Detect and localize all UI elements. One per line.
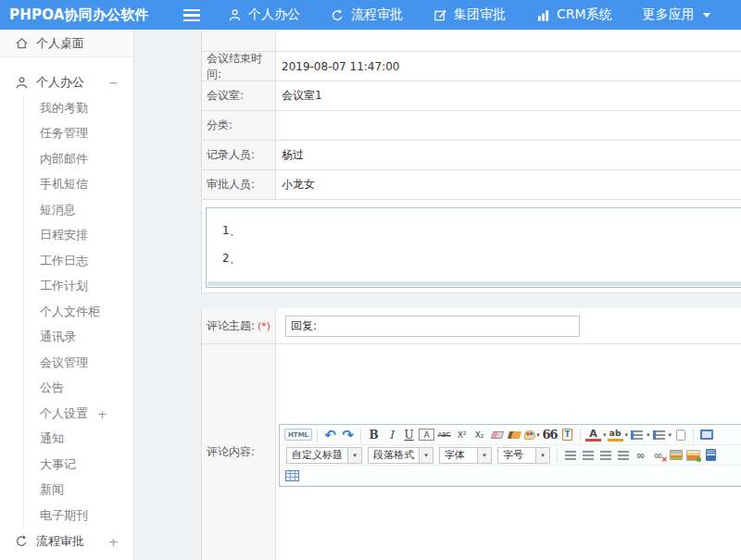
field-label: 会议结束时间: xyxy=(202,52,276,81)
sidebar-item-memorabilia[interactable]: 大事记 xyxy=(24,452,133,478)
border-text-button[interactable]: A xyxy=(419,429,434,441)
sidebar-item-work-log[interactable]: 工作日志 xyxy=(24,248,133,274)
ordered-list-button[interactable] xyxy=(629,427,645,443)
sidebar-item-my-attendance[interactable]: 我的考勤 xyxy=(24,95,133,121)
nav-group-approval[interactable]: 集团审批 xyxy=(433,6,506,23)
underline-button[interactable]: U xyxy=(401,427,417,443)
caret-down-icon: ▾ xyxy=(625,431,629,439)
field-label: 审批人员: xyxy=(202,170,276,199)
caret-down-icon: ▾ xyxy=(536,431,540,439)
sidebar-item-e-journal[interactable]: 电子期刊 xyxy=(24,503,133,529)
sidebar: 个人桌面 个人办公 − 我的考勤 任务管理 内部邮件 手机短信 短消息 日程安排… xyxy=(0,30,134,560)
font-family-select[interactable]: 字体 ▾ xyxy=(439,447,492,464)
editor-toolbar-row-1: HTML ↶ ↷ B I U A ABC X² X₂ ▾ xyxy=(280,425,741,445)
nav-workflow-approval[interactable]: 流程审批 xyxy=(331,6,403,23)
format-painter-button[interactable] xyxy=(507,427,522,443)
sidebar-group-label: 个人办公 xyxy=(36,74,84,91)
superscript-button[interactable]: X² xyxy=(454,427,470,443)
strikethrough-button[interactable]: ABC xyxy=(436,427,452,443)
hamburger-menu-icon[interactable] xyxy=(183,9,200,21)
align-center-button[interactable] xyxy=(580,447,596,464)
field-approver: 审批人员: 小龙女 xyxy=(202,170,741,200)
unordered-list-button[interactable] xyxy=(651,427,667,443)
sidebar-item-contacts[interactable]: 通讯录 xyxy=(24,325,133,351)
required-mark: (*) xyxy=(257,320,270,332)
collapse-toggle[interactable]: − xyxy=(108,76,119,90)
undo-button[interactable]: ↶ xyxy=(322,427,338,443)
content-line: 1、 xyxy=(222,223,741,239)
sidebar-item-label: 我的考勤 xyxy=(40,100,88,117)
toolbar-separator xyxy=(693,429,694,442)
meeting-content-cell: 1、 2、 xyxy=(202,200,741,293)
unordered-list-icon xyxy=(653,430,665,440)
highlight-color-button[interactable]: ab xyxy=(608,429,623,442)
sidebar-item-label: 工作计划 xyxy=(40,278,88,294)
expand-toggle[interactable]: + xyxy=(97,406,107,420)
field-meeting-room: 会议室: 会议室1 xyxy=(202,81,741,111)
sidebar-group-personal-office[interactable]: 个人办公 − xyxy=(0,69,133,95)
sidebar-item-personal-cabinet[interactable]: 个人文件柜 xyxy=(24,299,133,325)
italic-button[interactable]: I xyxy=(383,427,399,443)
image-album-button[interactable] xyxy=(685,447,701,464)
sidebar-item-mobile-sms[interactable]: 手机短信 xyxy=(24,172,133,198)
new-document-button[interactable] xyxy=(672,427,688,443)
nav-personal-office[interactable]: 个人办公 xyxy=(228,6,300,23)
source-code-button[interactable]: HTML xyxy=(284,429,312,441)
sidebar-item-short-message[interactable]: 短消息 xyxy=(24,197,133,223)
font-color-button[interactable]: A xyxy=(585,428,601,442)
blockquote-button[interactable]: 66 xyxy=(542,427,558,443)
sidebar-item-notice[interactable]: 通知 xyxy=(24,427,133,453)
fullscreen-button[interactable] xyxy=(698,427,714,443)
sidebar-item-news[interactable]: 新闻 xyxy=(24,478,133,504)
sidebar-item-work-plan[interactable]: 工作计划 xyxy=(24,274,133,300)
field-label: 评论主题: (*) xyxy=(202,308,276,343)
sidebar-group-workflow-approval[interactable]: 流程审批 + xyxy=(0,529,133,554)
custom-heading-select[interactable]: 自定义标题 ▾ xyxy=(286,447,362,464)
sidebar-item-label: 通知 xyxy=(40,430,64,447)
align-center-icon xyxy=(583,451,594,460)
cycle-arrow-icon xyxy=(331,8,345,22)
caret-down-icon: ▾ xyxy=(647,431,650,439)
remove-format-button[interactable] xyxy=(489,427,505,443)
insert-link-button[interactable]: ∞ xyxy=(633,447,648,464)
remove-link-button[interactable]: ∞× xyxy=(650,447,666,464)
align-justify-button[interactable] xyxy=(615,447,631,464)
sidebar-item-task-management[interactable]: 任务管理 xyxy=(24,121,133,147)
edit-square-icon xyxy=(433,8,447,22)
sidebar-item-label: 个人文件柜 xyxy=(40,304,100,320)
sidebar-item-label: 短消息 xyxy=(40,202,76,218)
paragraph-format-select[interactable]: 段落格式 ▾ xyxy=(368,447,433,464)
comment-subject-label: 评论主题: xyxy=(207,318,255,334)
sidebar-item-internal-mail[interactable]: 内部邮件 xyxy=(24,146,133,172)
sidebar-item-label: 电子期刊 xyxy=(40,507,88,524)
font-size-select[interactable]: 字号 ▾ xyxy=(497,447,550,464)
rich-text-editor: HTML ↶ ↷ B I U A ABC X² X₂ ▾ xyxy=(279,424,741,487)
comment-subject-input[interactable] xyxy=(285,316,580,337)
paste-from-word-button[interactable]: T xyxy=(559,427,575,443)
insert-image-button[interactable] xyxy=(668,447,684,464)
nav-crm[interactable]: CRM系统 xyxy=(536,6,612,23)
align-left-button[interactable] xyxy=(562,447,578,464)
field-label: 评论内容: xyxy=(202,344,276,560)
sidebar-item-announcement[interactable]: 公告 xyxy=(24,376,133,402)
expand-toggle[interactable]: + xyxy=(108,534,119,548)
subscript-button[interactable]: X₂ xyxy=(471,427,487,443)
nav-more-apps[interactable]: 更多应用 xyxy=(643,6,710,23)
sidebar-item-schedule[interactable]: 日程安排 xyxy=(24,223,133,249)
bold-button[interactable]: B xyxy=(366,427,382,443)
field-recorder: 记录人员: 杨过 xyxy=(202,141,741,170)
redo-button[interactable]: ↷ xyxy=(340,427,356,443)
field-meeting-end-time: 会议结束时间: 2019-08-07 11:47:00 xyxy=(202,52,741,81)
sidebar-item-label: 大事记 xyxy=(40,456,76,473)
person-icon xyxy=(15,76,29,90)
insert-media-button[interactable] xyxy=(703,447,719,464)
sidebar-item-meeting-management[interactable]: 会议管理 xyxy=(24,350,133,376)
insert-table-button[interactable] xyxy=(284,467,300,484)
style-palette-button[interactable]: ▾ xyxy=(524,427,540,443)
sidebar-subgroup-personal-settings[interactable]: 个人设置 + xyxy=(24,401,133,427)
field-value: 小龙女 xyxy=(276,170,741,199)
horizontal-scrollbar[interactable] xyxy=(207,281,741,286)
comment-form-table: 评论主题: (*) 评论内容: HTML ↶ ↷ B xyxy=(201,308,741,560)
align-right-button[interactable] xyxy=(597,447,613,464)
sidebar-item-desktop[interactable]: 个人桌面 xyxy=(0,30,133,57)
